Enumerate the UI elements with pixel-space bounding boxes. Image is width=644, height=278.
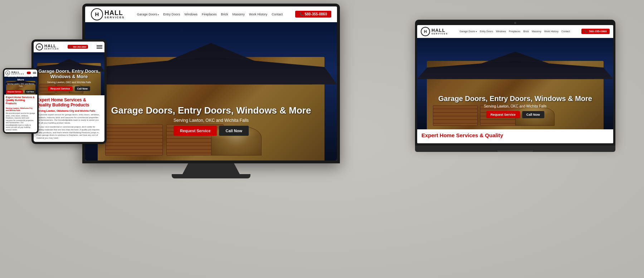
phone-section-subtitle: Serving Lawton, Oklahoma City and Wichit…: [6, 107, 36, 111]
phone-hamburger-line-3: [33, 73, 36, 74]
tablet-phone-icon: 📞: [69, 45, 72, 48]
tablet-hamburger-menu[interactable]: [97, 45, 102, 49]
phone-site-header: H HALL SERVICES 📞: [4, 70, 37, 77]
phone-phone-btn[interactable]: 📞: [27, 72, 31, 74]
phone-below-fold: Expert Home Services & Quality Building …: [4, 95, 37, 132]
phone-screen: H HALL SERVICES 📞: [4, 70, 37, 132]
tablet: H HALL SERVICES 📞 580-355-0860: [31, 39, 107, 144]
phone-logo-text: HALL SERVICES: [11, 71, 24, 75]
phone-section-body: We provide expert service for garage doo…: [6, 112, 36, 131]
monitor-call-now-btn[interactable]: Call Now: [219, 126, 249, 136]
phone-hero-buttons: Request Service Call Now: [6, 90, 36, 94]
laptop-below-fold: Expert Home Services & Quality: [417, 129, 613, 143]
monitor-bezel: H HALL SERVICES Garage Doors Entry Doors…: [82, 4, 340, 163]
tablet-screen: H HALL SERVICES 📞 580-355-0860: [34, 42, 104, 142]
monitor-site-header: H HALL SERVICES Garage Doors Entry Doors…: [85, 6, 337, 22]
laptop-nav-entry-doors[interactable]: Entry Doors: [480, 30, 493, 33]
tablet-section-text-2: For your next residential or commercial …: [36, 126, 102, 140]
laptop-nav-contact[interactable]: Contact: [561, 30, 570, 33]
monitor-logo-text: HALL SERVICES: [104, 10, 125, 19]
phone-section-title: Expert Home Services & Quality Building …: [6, 96, 36, 105]
tablet-logo-circle: H: [36, 43, 43, 51]
nav-entry-doors[interactable]: Entry Doors: [163, 13, 180, 16]
laptop-phone-number: 580-355-0860: [589, 30, 607, 33]
monitor-screen: H HALL SERVICES Garage Doors Entry Doors…: [85, 6, 337, 160]
laptop-nav: Garage Doors Entry Doors Windows Firepla…: [459, 30, 570, 33]
tablet-phone-number: 580-355-0860: [73, 46, 86, 48]
tablet-hero-subtitle: Serving Lawton, OKC and Wichita Falls: [37, 81, 101, 83]
tablet-logo-brand: HALL: [44, 44, 59, 48]
nav-brick[interactable]: Brick: [221, 13, 228, 16]
phone-hero-subtitle: Serving Lawton, OKC and Wichita Falls: [6, 83, 36, 87]
laptop-hero-title: Garage Doors, Entry Doors, Windows & Mor…: [427, 94, 603, 103]
desktop-monitor: H HALL SERVICES Garage Doors Entry Doors…: [82, 4, 340, 178]
phone-hamburger-line-1: [33, 72, 36, 72]
laptop-nav-brick[interactable]: Brick: [523, 30, 529, 33]
tablet-hero-title: Garage Doors, Entry Doors, Windows & Mor…: [37, 68, 101, 80]
laptop-hero-content: Garage Doors, Entry Doors, Windows & Mor…: [427, 94, 603, 118]
nav-garage-doors[interactable]: Garage Doors: [137, 13, 159, 16]
laptop-nav-work-history[interactable]: Work History: [544, 30, 558, 33]
tablet-hero-buttons: Request Service Call Now: [37, 86, 101, 91]
laptop-hero-buttons: Request Service Call Now: [427, 111, 603, 118]
monitor-logo-tagline: SERVICES: [104, 16, 125, 19]
hamburger-line-3: [97, 48, 102, 49]
monitor-logo-brand: HALL: [104, 10, 125, 16]
monitor-base: [172, 174, 250, 178]
laptop-logo-text: HALL SERVICES: [431, 28, 448, 35]
nav-fireplaces[interactable]: Fireplaces: [202, 13, 217, 16]
monitor-phone-number: 580-355-0860: [305, 12, 327, 16]
laptop-request-service-btn[interactable]: Request Service: [486, 111, 520, 118]
laptop-logo: H HALL SERVICES: [421, 27, 448, 36]
laptop-screen: H HALL SERVICES Garage Doors Entry Doors…: [417, 25, 613, 143]
monitor-nav: Garage Doors Entry Doors Windows Firepla…: [137, 13, 283, 16]
monitor-hero-content: Garage Doors, Entry Doors, Windows & Mor…: [98, 105, 325, 135]
monitor-request-service-btn[interactable]: Request Service: [174, 126, 217, 136]
laptop-logo-brand: HALL: [431, 28, 448, 33]
nav-contact[interactable]: Contact: [272, 13, 283, 16]
tablet-logo-tagline: SERVICES: [44, 48, 59, 50]
tablet-call-now-btn[interactable]: Call Now: [74, 86, 90, 91]
laptop-nav-fireplaces[interactable]: Fireplaces: [509, 30, 520, 33]
phone-request-service-btn[interactable]: Request Service: [6, 90, 23, 94]
phone-logo-tagline: SERVICES: [11, 73, 24, 75]
scene: H HALL SERVICES Garage Doors Entry Doors…: [0, 0, 644, 278]
phone-logo-circle: H: [5, 71, 10, 75]
phone-hamburger-menu[interactable]: [33, 72, 36, 74]
monitor-hero: Garage Doors, Entry Doors, Windows & Mor…: [85, 22, 337, 160]
tablet-logo-text: HALL SERVICES: [44, 44, 59, 50]
phone-hero-content: Garage Doors, Entry Doors, Windows & Mor…: [6, 77, 36, 94]
laptop-phone-btn[interactable]: 📞 580-355-0860: [581, 29, 610, 34]
tablet-section-title: Expert Home Services &Quality Building P…: [36, 97, 102, 107]
tablet-logo: H HALL SERVICES: [36, 43, 59, 51]
phone-phone-icon: 📞: [28, 72, 30, 74]
laptop-body: [415, 145, 615, 152]
monitor-stand: [182, 163, 240, 174]
laptop-nav-windows[interactable]: Windows: [496, 30, 506, 33]
laptop-site-header: H HALL SERVICES Garage Doors Entry Doors…: [417, 25, 613, 38]
phone-bezel: H HALL SERVICES 📞: [3, 68, 39, 134]
laptop-bezel: H HALL SERVICES Garage Doors Entry Doors…: [415, 20, 615, 145]
tablet-phone-btn[interactable]: 📞 580-355-0860: [68, 45, 88, 49]
phone-hero-title: Garage Doors, Entry Doors, Windows & Mor…: [6, 77, 36, 81]
laptop-hero-subtitle: Serving Lawton, OKC and Wichita Falls: [427, 104, 603, 108]
monitor-logo: H HALL SERVICES: [91, 8, 125, 20]
monitor-phone-btn[interactable]: 📞 580-355-0860: [295, 11, 331, 18]
monitor-hero-subtitle: Serving Lawton, OKC and Wichita Falls: [98, 118, 325, 123]
phone: H HALL SERVICES 📞: [3, 68, 39, 134]
tablet-below-fold: Expert Home Services &Quality Building P…: [34, 95, 104, 142]
nav-windows[interactable]: Windows: [184, 13, 197, 16]
nav-work-history[interactable]: Work History: [249, 13, 267, 16]
hamburger-line-1: [97, 45, 102, 46]
tablet-request-service-btn[interactable]: Request Service: [48, 86, 72, 91]
monitor-logo-circle: H: [91, 8, 103, 20]
phone-call-now-btn[interactable]: Call Now: [25, 90, 35, 94]
tablet-bezel: H HALL SERVICES 📞 580-355-0860: [31, 39, 107, 144]
tablet-site-header: H HALL SERVICES 📞 580-355-0860: [34, 42, 104, 52]
laptop-logo-circle: H: [421, 27, 430, 36]
laptop-nav-masonry[interactable]: Masonry: [532, 30, 541, 33]
laptop-nav-garage-doors[interactable]: Garage Doors: [459, 30, 477, 33]
nav-masonry[interactable]: Masonry: [232, 13, 245, 16]
phone-logo: H HALL SERVICES: [5, 71, 24, 75]
laptop-call-now-btn[interactable]: Call Now: [522, 111, 544, 118]
